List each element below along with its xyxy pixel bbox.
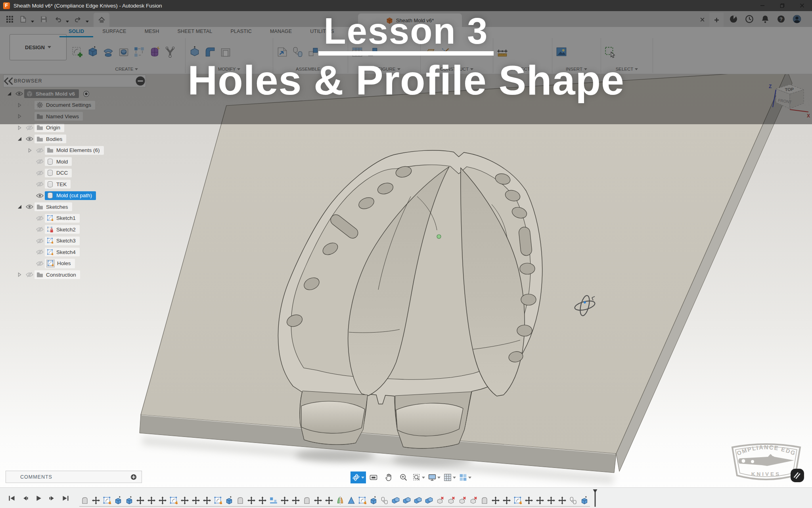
timeline-feature-move-41[interactable]: [524, 496, 534, 505]
timeline-feature-extrude-46[interactable]: [580, 496, 589, 505]
fit-tool[interactable]: [411, 471, 427, 483]
step-forward-button[interactable]: [47, 493, 57, 503]
comments-bar[interactable]: COMMENTS: [6, 471, 142, 483]
timeline-playhead[interactable]: [592, 489, 599, 507]
tree-row-sketches[interactable]: Sketches: [17, 201, 146, 213]
maximize-button[interactable]: [772, 0, 792, 11]
timeline-feature-extrude-4[interactable]: [113, 496, 123, 505]
timeline-feature-move-20[interactable]: [291, 496, 301, 505]
tree-row-construction[interactable]: Construction: [17, 269, 146, 281]
minimize-button[interactable]: [753, 0, 772, 11]
tree-row-mold[interactable]: Mold: [28, 156, 146, 167]
timeline-feature-combine-31[interactable]: [413, 496, 423, 505]
timeline-feature-remove-36[interactable]: [469, 496, 478, 505]
timeline-feature-move-22[interactable]: [313, 496, 323, 505]
timeline-feature-combine-30[interactable]: [402, 496, 412, 505]
visibility-hidden-icon[interactable]: [34, 158, 45, 165]
visibility-hidden-icon[interactable]: [34, 260, 45, 267]
timeline-feature-move-44[interactable]: [557, 496, 567, 505]
tree-row-sketch3[interactable]: Sketch3: [28, 235, 146, 247]
expand-arrow[interactable]: [17, 204, 24, 210]
visibility-hidden-icon[interactable]: [34, 147, 45, 154]
visibility-hidden-icon[interactable]: [34, 226, 45, 233]
visibility-visible-icon[interactable]: [34, 192, 45, 199]
timeline-feature-move-11[interactable]: [191, 496, 201, 505]
timeline-feature-combine-29[interactable]: [391, 496, 400, 505]
go-to-start-button[interactable]: [6, 493, 17, 503]
timeline-feature-move-17[interactable]: [258, 496, 267, 505]
visibility-visible-icon[interactable]: [24, 136, 34, 142]
timeline-feature-move-42[interactable]: [535, 496, 545, 505]
tree-row-mold-elements-6[interactable]: Mold Elements (6): [28, 145, 146, 156]
timeline-feature-body-37[interactable]: [480, 496, 489, 505]
visibility-hidden-icon[interactable]: [34, 238, 45, 244]
timeline-feature-joint-28[interactable]: [380, 496, 389, 505]
grid-layout-tool[interactable]: [442, 471, 458, 483]
tree-row-sketch1[interactable]: Sketch1: [28, 213, 146, 224]
timeline-feature-remove-33[interactable]: [435, 496, 445, 505]
expand-arrow[interactable]: [28, 148, 34, 153]
timeline-feature-move-2[interactable]: [91, 496, 101, 505]
visibility-hidden-icon[interactable]: [34, 249, 45, 255]
pan-tool[interactable]: [381, 471, 396, 483]
assistant-icon[interactable]: [790, 468, 804, 483]
timeline-feature-move-8[interactable]: [158, 496, 167, 505]
timeline-feature-extrude-5[interactable]: [124, 496, 134, 505]
visibility-hidden-icon[interactable]: [34, 170, 45, 176]
go-to-end-button[interactable]: [60, 493, 71, 503]
tree-row-bodies[interactable]: Bodies: [17, 133, 146, 145]
timeline-feature-move-6[interactable]: [136, 496, 145, 505]
timeline-feature-sketch-13[interactable]: [213, 496, 223, 505]
expand-arrow[interactable]: [17, 136, 24, 142]
tree-row-mold-cut-path[interactable]: Mold (cut path): [28, 190, 146, 202]
timeline-feature-body-1[interactable]: [80, 496, 90, 505]
visibility-hidden-icon[interactable]: [34, 181, 45, 187]
timeline-feature-body-21[interactable]: [302, 496, 312, 505]
timeline-feature-move-43[interactable]: [546, 496, 556, 505]
timeline-feature-move-16[interactable]: [247, 496, 256, 505]
tree-row-tek[interactable]: TEK: [28, 179, 146, 190]
visibility-hidden-icon[interactable]: [24, 125, 34, 131]
timeline-feature-sketch-9[interactable]: [169, 496, 178, 505]
timeline-feature-extrude-14[interactable]: [224, 496, 234, 505]
timeline-feature-sketch-40[interactable]: [513, 496, 523, 505]
look-at-tool[interactable]: [366, 471, 381, 483]
viewports-tool[interactable]: [458, 471, 473, 483]
tree-row-holes[interactable]: Holes: [28, 258, 146, 269]
display-settings-tool[interactable]: [427, 471, 442, 483]
timeline-feature-sketch-3[interactable]: [102, 496, 112, 505]
orbit-tool[interactable]: [350, 471, 366, 483]
visibility-visible-icon[interactable]: [24, 204, 34, 210]
zoom-tool[interactable]: [396, 471, 411, 483]
sketch-origin-point[interactable]: [437, 235, 441, 239]
timeline-feature-remove-35[interactable]: [458, 496, 467, 505]
timeline-feature-move-19[interactable]: [280, 496, 289, 505]
sketch-icon: [46, 248, 54, 256]
timeline-feature-body-15[interactable]: [236, 496, 245, 505]
timeline-feature-move-12[interactable]: [202, 496, 212, 505]
tree-row-sketch4[interactable]: Sketch4: [28, 246, 146, 258]
timeline-feature-move-10[interactable]: [180, 496, 190, 505]
expand-arrow[interactable]: [17, 125, 24, 131]
expand-arrow[interactable]: [17, 272, 24, 277]
timeline-feature-sketch-26[interactable]: [358, 496, 367, 505]
timeline-feature-joint-45[interactable]: [569, 496, 578, 505]
tree-row-sketch2[interactable]: Sketch2: [28, 224, 146, 235]
timeline-feature-combine-32[interactable]: [424, 496, 434, 505]
tree-row-dcc[interactable]: DCC: [28, 167, 146, 179]
timeline-feature-align-18[interactable]: [269, 496, 278, 505]
visibility-hidden-icon[interactable]: [24, 271, 34, 278]
play-button[interactable]: [33, 493, 44, 503]
timeline-feature-move-7[interactable]: [147, 496, 156, 505]
timeline-feature-draft-25[interactable]: [347, 496, 356, 505]
timeline-feature-extrude-27[interactable]: [369, 496, 378, 505]
close-window-button[interactable]: [792, 0, 812, 11]
timeline-feature-move-23[interactable]: [324, 496, 334, 505]
timeline-feature-move-38[interactable]: [491, 496, 500, 505]
timeline-feature-mirror-24[interactable]: [335, 496, 345, 505]
visibility-hidden-icon[interactable]: [34, 215, 45, 221]
timeline-feature-remove-34[interactable]: [446, 496, 456, 505]
step-back-button[interactable]: [20, 493, 30, 503]
timeline-feature-move-39[interactable]: [502, 496, 511, 505]
add-comment-icon[interactable]: [130, 474, 137, 480]
